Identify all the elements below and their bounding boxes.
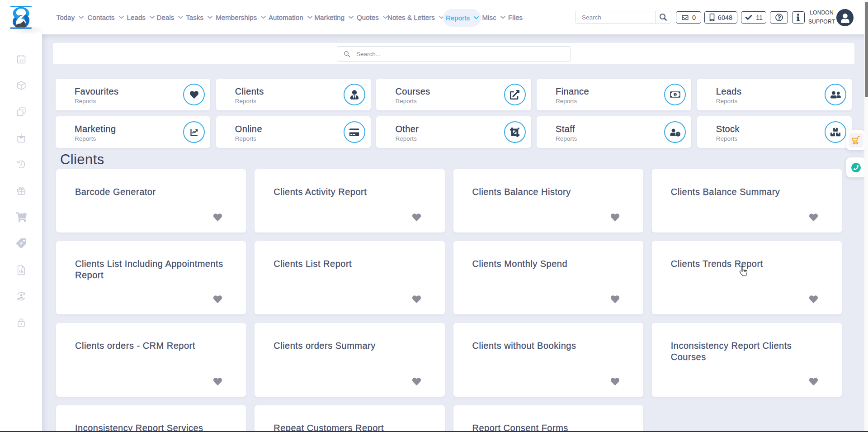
svg-text:12: 12 — [19, 58, 24, 62]
